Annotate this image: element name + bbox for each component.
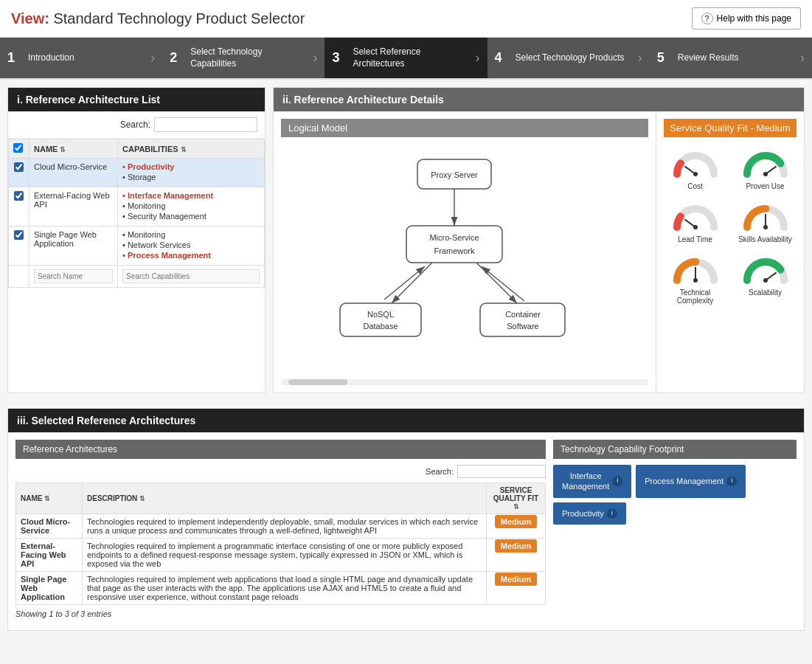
capability-button[interactable]: Interface Managementi (553, 465, 631, 498)
ref-row-name: Cloud Micro-Service (16, 514, 83, 539)
svg-text:Database: Database (363, 322, 398, 331)
wizard-step-2[interactable]: 2 Select Technology Capabilities › (162, 38, 325, 78)
row-checkbox[interactable] (14, 191, 24, 201)
capability-item: • Storage (122, 173, 260, 181)
svg-text:Framework: Framework (434, 246, 475, 255)
cap-btn-label: Productivity (562, 508, 604, 519)
row-checkbox-cell (9, 159, 30, 187)
col-cap-header: CAPABILITIES ⇅ (118, 139, 265, 159)
sq-grid: CostProven UseLead TimeSkills Availabili… (664, 145, 797, 305)
showing-text: Showing 1 to 3 of 3 entries (15, 605, 546, 623)
chevron-icon-4: › (638, 50, 642, 66)
gauge-svg (740, 251, 791, 284)
step-2-num: 2 (170, 50, 184, 66)
ref-col-desc: DESCRIPTION ⇅ (83, 483, 487, 514)
svg-text:Container: Container (505, 310, 541, 319)
svg-rect-9 (340, 303, 421, 336)
svg-point-19 (763, 172, 768, 176)
gauge-svg (670, 198, 721, 231)
row-name: Cloud Micro-Service (30, 159, 118, 187)
cap-btn-label: Interface Management (562, 471, 609, 492)
select-all-checkbox[interactable] (13, 143, 23, 153)
info-icon[interactable]: i (726, 476, 737, 486)
tech-capability-container: Technology Capability Footprint Interfac… (553, 440, 797, 623)
gauge-svg (670, 145, 721, 178)
wizard-step-1[interactable]: 1 Introduction › (0, 38, 162, 78)
col-name-label: NAME (34, 145, 58, 153)
info-icon[interactable]: i (607, 508, 617, 519)
ref-table-row: Single Page Web ApplicationTechnologies … (16, 572, 546, 605)
svg-rect-12 (480, 303, 565, 336)
search-name-input[interactable] (34, 269, 113, 283)
capability-button[interactable]: Productivityi (553, 502, 626, 525)
sort-name-icon[interactable]: ⇅ (60, 146, 66, 153)
wizard-step-3[interactable]: 3 Select Reference Architectures › (325, 38, 487, 78)
ref-table-body: Cloud Micro-ServiceTechnologies required… (16, 514, 546, 605)
wizard-step-4[interactable]: 4 Select Technology Products › (487, 38, 650, 78)
step-3-label: Select Reference Architectures (353, 46, 471, 69)
arch-list-body: Cloud Micro-Service• Productivity• Stora… (9, 159, 265, 266)
arch-detail-header: ii. Reference Architecture Details (274, 88, 804, 111)
arch-list-search-input[interactable] (154, 117, 257, 132)
diagram-svg: Proxy Server Micro-Service Framework (281, 145, 628, 373)
row-capabilities: • Interface Management• Monitoring• Secu… (118, 187, 265, 226)
search-cap-input[interactable] (122, 269, 260, 283)
arch-list-row: Cloud Micro-Service• Productivity• Stora… (9, 159, 265, 187)
ref-sort-sqf[interactable]: ⇅ (513, 503, 519, 511)
ref-table-row: External-Facing Web APITechnologies requ… (16, 539, 546, 572)
col-name-header: NAME ⇅ (30, 139, 118, 159)
row-name: External-Facing Web API (30, 187, 118, 226)
step-2-label: Select Technology Capabilities (190, 46, 309, 69)
capability-item: • Security Management (122, 212, 260, 221)
gauge-label: Proven Use (734, 182, 797, 190)
step-4-num: 4 (495, 50, 510, 66)
svg-rect-2 (406, 226, 502, 263)
col-cap-label: CAPABILITIES (122, 145, 178, 153)
chevron-icon-1: › (150, 50, 155, 66)
ref-sort-name[interactable]: ⇅ (44, 495, 50, 502)
selected-arch-title: iii. Selected Reference Architectures (17, 415, 195, 426)
arch-detail-panel: ii. Reference Architecture Details Logic… (273, 87, 805, 393)
main-content: i. Reference Architecture List Search: N… (0, 80, 812, 646)
ref-row-sqf: Medium (487, 572, 546, 605)
footer-cap-search-cell (118, 266, 265, 288)
ref-search-input[interactable] (457, 465, 546, 478)
capability-button[interactable]: Process Managementi (636, 465, 746, 498)
ref-row-sqf: Medium (487, 514, 546, 539)
footer-checkbox-cell (9, 266, 30, 288)
info-icon[interactable]: i (612, 476, 622, 486)
capability-item: • Process Management (122, 251, 260, 260)
gauge-label: Cost (664, 182, 726, 190)
capability-item: • Monitoring (122, 230, 260, 239)
sort-cap-icon[interactable]: ⇅ (181, 146, 187, 153)
arch-list-title: i. Reference Architecture List (17, 94, 160, 106)
step-3-num: 3 (332, 50, 347, 66)
svg-line-5 (392, 263, 432, 303)
ref-row-name: External-Facing Web API (16, 539, 83, 572)
page-title: View: Standard Technology Product Select… (11, 10, 305, 27)
capability-item: • Productivity (122, 162, 260, 171)
ref-search-label: Search: (426, 467, 454, 476)
cap-btn-label: Process Management (645, 476, 723, 486)
help-icon: ? (701, 13, 713, 24)
arch-list-search-footer (9, 266, 265, 288)
svg-text:Software: Software (507, 322, 538, 331)
help-button[interactable]: ? Help with this page (692, 7, 801, 30)
gauge-item: Technical Complexity (664, 251, 726, 305)
ref-sort-desc[interactable]: ⇅ (139, 495, 145, 502)
ref-table-row: Cloud Micro-ServiceTechnologies required… (16, 514, 546, 539)
arch-list-row: External-Facing Web API• Interface Manag… (9, 187, 265, 226)
footer-name-search-cell (30, 266, 118, 288)
arch-list-header-row: NAME ⇅ CAPABILITIES ⇅ (9, 139, 265, 159)
capability-item: • Interface Management (122, 191, 260, 200)
arch-detail-title: ii. Reference Architecture Details (282, 94, 444, 106)
wizard-step-5[interactable]: 5 Review Results › (650, 38, 812, 78)
arch-list-row: Single Page Web Application• Monitoring•… (9, 226, 265, 266)
svg-point-27 (763, 278, 768, 283)
top-row: i. Reference Architecture List Search: N… (7, 87, 805, 401)
row-checkbox[interactable] (14, 230, 24, 240)
gauge-item: Scalability (734, 251, 797, 305)
logical-model-title: Logical Model (281, 119, 648, 137)
row-checkbox[interactable] (14, 162, 24, 172)
arch-list-table: NAME ⇅ CAPABILITIES ⇅ Cloud Micro-Servic… (8, 139, 265, 288)
